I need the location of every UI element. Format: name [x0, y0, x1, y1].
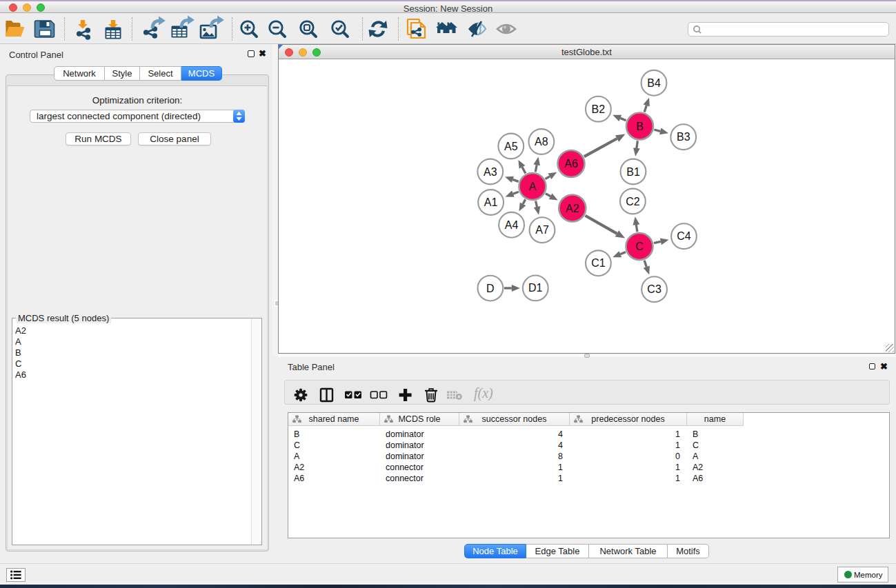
svg-text:D: D: [486, 283, 495, 294]
svg-text:C: C: [635, 241, 644, 252]
svg-text:B3: B3: [677, 131, 690, 143]
svg-text:A3: A3: [484, 166, 497, 178]
svg-text:A1: A1: [484, 196, 498, 208]
svg-text:A5: A5: [504, 141, 518, 152]
svg-text:C2: C2: [626, 196, 640, 207]
svg-text:B: B: [636, 121, 644, 132]
svg-text:C3: C3: [647, 283, 661, 295]
svg-text:C1: C1: [591, 257, 606, 269]
svg-text:A2: A2: [566, 203, 579, 214]
svg-text:B2: B2: [592, 103, 606, 115]
svg-text:C4: C4: [677, 230, 691, 242]
svg-text:A: A: [529, 181, 537, 192]
svg-text:B4: B4: [647, 77, 661, 89]
svg-text:A4: A4: [505, 219, 519, 231]
svg-text:A6: A6: [564, 158, 578, 170]
svg-text:B1: B1: [626, 166, 640, 178]
svg-text:A8: A8: [535, 136, 548, 148]
svg-text:A7: A7: [535, 224, 549, 236]
svg-text:D1: D1: [528, 282, 543, 294]
